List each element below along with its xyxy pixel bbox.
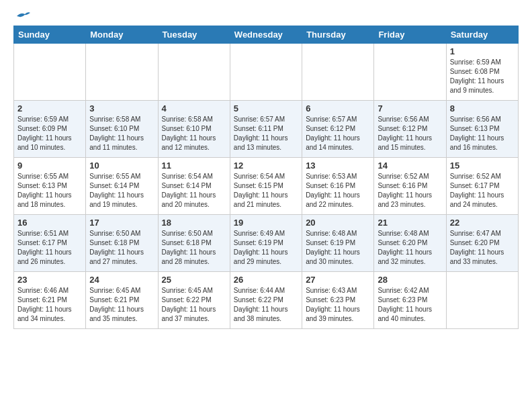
calendar-cell: 13Sunrise: 6:53 AM Sunset: 6:16 PM Dayli…: [302, 158, 374, 215]
calendar-row: 23Sunrise: 6:46 AM Sunset: 6:21 PM Dayli…: [14, 272, 519, 329]
calendar-cell: 23Sunrise: 6:46 AM Sunset: 6:21 PM Dayli…: [14, 272, 86, 329]
calendar-cell: 17Sunrise: 6:50 AM Sunset: 6:18 PM Dayli…: [86, 215, 158, 272]
calendar-cell: [374, 44, 446, 101]
day-info: Sunrise: 6:59 AM Sunset: 6:09 PM Dayligh…: [17, 115, 82, 152]
day-info: Sunrise: 6:48 AM Sunset: 6:20 PM Dayligh…: [378, 229, 442, 267]
day-info: Sunrise: 6:52 AM Sunset: 6:16 PM Dayligh…: [378, 172, 442, 210]
day-info: Sunrise: 6:59 AM Sunset: 6:08 PM Dayligh…: [450, 58, 515, 95]
day-number: 27: [306, 275, 370, 285]
calendar-cell: 8Sunrise: 6:56 AM Sunset: 6:13 PM Daylig…: [446, 101, 518, 158]
day-number: 8: [450, 103, 515, 113]
day-header-sunday: Sunday: [14, 26, 86, 44]
calendar-cell: 4Sunrise: 6:58 AM Sunset: 6:10 PM Daylig…: [158, 101, 230, 158]
day-number: 2: [17, 103, 82, 113]
calendar-cell: 1Sunrise: 6:59 AM Sunset: 6:08 PM Daylig…: [446, 44, 518, 101]
day-info: Sunrise: 6:51 AM Sunset: 6:17 PM Dayligh…: [17, 229, 82, 267]
calendar-cell: [230, 44, 302, 101]
day-number: 13: [306, 161, 370, 171]
calendar-cell: 5Sunrise: 6:57 AM Sunset: 6:11 PM Daylig…: [230, 101, 302, 158]
day-number: 28: [378, 275, 442, 285]
logo-bird-icon: [15, 11, 30, 23]
day-number: 23: [17, 275, 82, 285]
day-number: 14: [378, 161, 442, 171]
day-number: 18: [162, 218, 226, 228]
day-info: Sunrise: 6:45 AM Sunset: 6:21 PM Dayligh…: [89, 286, 154, 324]
calendar-row: 9Sunrise: 6:55 AM Sunset: 6:13 PM Daylig…: [14, 158, 519, 215]
calendar-cell: 3Sunrise: 6:58 AM Sunset: 6:10 PM Daylig…: [86, 101, 158, 158]
calendar-cell: 15Sunrise: 6:52 AM Sunset: 6:17 PM Dayli…: [446, 158, 518, 215]
calendar-cell: 9Sunrise: 6:55 AM Sunset: 6:13 PM Daylig…: [14, 158, 86, 215]
day-number: 25: [162, 275, 226, 285]
calendar-cell: 11Sunrise: 6:54 AM Sunset: 6:14 PM Dayli…: [158, 158, 230, 215]
day-number: 20: [306, 218, 370, 228]
day-info: Sunrise: 6:58 AM Sunset: 6:10 PM Dayligh…: [162, 115, 226, 152]
day-header-friday: Friday: [374, 26, 446, 44]
day-info: Sunrise: 6:58 AM Sunset: 6:10 PM Dayligh…: [89, 115, 154, 152]
day-info: Sunrise: 6:57 AM Sunset: 6:12 PM Dayligh…: [306, 115, 370, 152]
calendar-cell: 26Sunrise: 6:44 AM Sunset: 6:22 PM Dayli…: [230, 272, 302, 329]
calendar-cell: 25Sunrise: 6:45 AM Sunset: 6:22 PM Dayli…: [158, 272, 230, 329]
calendar-cell: 22Sunrise: 6:47 AM Sunset: 6:20 PM Dayli…: [446, 215, 518, 272]
day-number: 10: [89, 161, 154, 171]
calendar-cell: [86, 44, 158, 101]
calendar-cell: 28Sunrise: 6:42 AM Sunset: 6:23 PM Dayli…: [374, 272, 446, 329]
day-number: 24: [89, 275, 154, 285]
calendar-row: 16Sunrise: 6:51 AM Sunset: 6:17 PM Dayli…: [14, 215, 519, 272]
day-info: Sunrise: 6:50 AM Sunset: 6:18 PM Dayligh…: [162, 229, 226, 267]
day-info: Sunrise: 6:45 AM Sunset: 6:22 PM Dayligh…: [162, 286, 226, 324]
day-info: Sunrise: 6:55 AM Sunset: 6:13 PM Dayligh…: [17, 172, 82, 210]
calendar-row: 1Sunrise: 6:59 AM Sunset: 6:08 PM Daylig…: [14, 44, 519, 101]
day-number: 9: [17, 161, 82, 171]
day-number: 12: [234, 161, 298, 171]
calendar-cell: 2Sunrise: 6:59 AM Sunset: 6:09 PM Daylig…: [14, 101, 86, 158]
calendar-cell: 27Sunrise: 6:43 AM Sunset: 6:23 PM Dayli…: [302, 272, 374, 329]
day-number: 26: [234, 275, 298, 285]
day-info: Sunrise: 6:49 AM Sunset: 6:19 PM Dayligh…: [234, 229, 298, 267]
day-number: 5: [234, 103, 298, 113]
day-number: 16: [17, 218, 82, 228]
calendar-cell: 24Sunrise: 6:45 AM Sunset: 6:21 PM Dayli…: [86, 272, 158, 329]
day-info: Sunrise: 6:47 AM Sunset: 6:20 PM Dayligh…: [450, 229, 515, 267]
day-info: Sunrise: 6:54 AM Sunset: 6:15 PM Dayligh…: [234, 172, 298, 210]
calendar-table: SundayMondayTuesdayWednesdayThursdayFrid…: [13, 26, 519, 329]
calendar-row: 2Sunrise: 6:59 AM Sunset: 6:09 PM Daylig…: [14, 101, 519, 158]
day-number: 4: [162, 103, 226, 113]
day-info: Sunrise: 6:55 AM Sunset: 6:14 PM Dayligh…: [89, 172, 154, 210]
page-header: [13, 13, 519, 20]
day-number: 1: [450, 46, 515, 56]
calendar-cell: [158, 44, 230, 101]
calendar-cell: 6Sunrise: 6:57 AM Sunset: 6:12 PM Daylig…: [302, 101, 374, 158]
day-header-wednesday: Wednesday: [230, 26, 302, 44]
calendar-header-row: SundayMondayTuesdayWednesdayThursdayFrid…: [14, 26, 519, 44]
day-info: Sunrise: 6:42 AM Sunset: 6:23 PM Dayligh…: [378, 286, 442, 324]
day-number: 22: [450, 218, 515, 228]
calendar-cell: 19Sunrise: 6:49 AM Sunset: 6:19 PM Dayli…: [230, 215, 302, 272]
calendar-cell: 18Sunrise: 6:50 AM Sunset: 6:18 PM Dayli…: [158, 215, 230, 272]
day-header-thursday: Thursday: [302, 26, 374, 44]
day-info: Sunrise: 6:52 AM Sunset: 6:17 PM Dayligh…: [450, 172, 515, 210]
day-number: 11: [162, 161, 226, 171]
calendar-cell: 16Sunrise: 6:51 AM Sunset: 6:17 PM Dayli…: [14, 215, 86, 272]
day-info: Sunrise: 6:43 AM Sunset: 6:23 PM Dayligh…: [306, 286, 370, 324]
day-info: Sunrise: 6:50 AM Sunset: 6:18 PM Dayligh…: [89, 229, 154, 267]
day-info: Sunrise: 6:57 AM Sunset: 6:11 PM Dayligh…: [234, 115, 298, 152]
calendar-cell: 7Sunrise: 6:56 AM Sunset: 6:12 PM Daylig…: [374, 101, 446, 158]
day-info: Sunrise: 6:56 AM Sunset: 6:13 PM Dayligh…: [450, 115, 515, 152]
day-info: Sunrise: 6:44 AM Sunset: 6:22 PM Dayligh…: [234, 286, 298, 324]
day-number: 15: [450, 161, 515, 171]
calendar-cell: 10Sunrise: 6:55 AM Sunset: 6:14 PM Dayli…: [86, 158, 158, 215]
calendar-cell: [302, 44, 374, 101]
day-info: Sunrise: 6:48 AM Sunset: 6:19 PM Dayligh…: [306, 229, 370, 267]
calendar-cell: 14Sunrise: 6:52 AM Sunset: 6:16 PM Dayli…: [374, 158, 446, 215]
day-number: 21: [378, 218, 442, 228]
calendar-cell: 20Sunrise: 6:48 AM Sunset: 6:19 PM Dayli…: [302, 215, 374, 272]
day-header-tuesday: Tuesday: [158, 26, 230, 44]
day-info: Sunrise: 6:54 AM Sunset: 6:14 PM Dayligh…: [162, 172, 226, 210]
logo: [13, 13, 30, 20]
day-number: 3: [89, 103, 154, 113]
day-info: Sunrise: 6:56 AM Sunset: 6:12 PM Dayligh…: [378, 115, 442, 152]
calendar-cell: [14, 44, 86, 101]
day-number: 7: [378, 103, 442, 113]
calendar-cell: 12Sunrise: 6:54 AM Sunset: 6:15 PM Dayli…: [230, 158, 302, 215]
day-header-monday: Monday: [86, 26, 158, 44]
